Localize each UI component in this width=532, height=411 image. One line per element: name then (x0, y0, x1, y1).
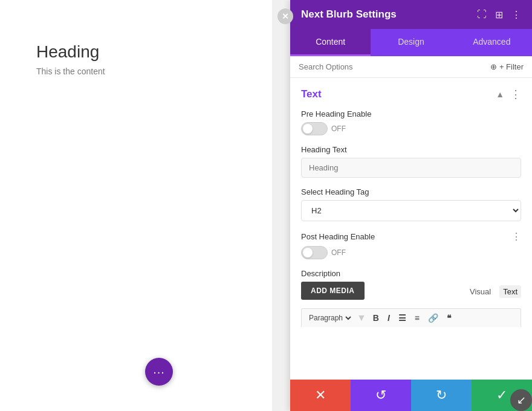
section-header-icons: ▲ ⋮ (496, 88, 521, 101)
close-icon: ✕ (282, 11, 289, 21)
arrow-icon: ↙ (517, 393, 526, 407)
tab-design[interactable]: Design (371, 29, 451, 56)
fullscreen-icon[interactable]: ⛶ (477, 9, 487, 20)
add-media-button[interactable]: ADD MEDIA (301, 282, 365, 300)
editor-tab-text[interactable]: Text (499, 285, 521, 298)
collapse-icon[interactable]: ▲ (496, 89, 504, 99)
post-heading-toggle-label: OFF (331, 248, 346, 257)
heading-tag-field: Select Heading Tag H1 H2 H3 H4 H5 H6 (301, 187, 521, 221)
format-select[interactable]: Paragraph Heading 1 Heading 2 (307, 313, 353, 323)
section-title: Text (301, 88, 322, 100)
undo-button[interactable]: ↺ (351, 380, 411, 411)
more-options-icon[interactable]: ⋮ (511, 9, 521, 21)
post-heading-field: Post Heading Enable ⋮ OFF (301, 231, 521, 259)
search-bar: ⊕ + Filter (290, 56, 532, 78)
tab-advanced[interactable]: Advanced (452, 29, 532, 56)
pre-heading-toggle-container: OFF (301, 122, 521, 135)
ordered-list-button[interactable]: ≡ (412, 312, 423, 324)
fab-button[interactable]: ··· (145, 358, 173, 386)
pre-heading-toggle-label: OFF (331, 125, 346, 133)
canvas-content: This is the content (36, 66, 105, 76)
cancel-icon: ✕ (315, 387, 326, 403)
cancel-button[interactable]: ✕ (290, 380, 351, 411)
filter-label: + Filter (499, 62, 524, 71)
italic-button[interactable]: I (384, 312, 393, 324)
editor-tab-visual[interactable]: Visual (466, 285, 495, 298)
settings-panel: Next Blurb Settings ⛶ ⊞ ⋮ Content Design… (290, 0, 532, 411)
description-toolbar-top: ADD MEDIA Visual Text (301, 282, 521, 305)
pre-heading-label: Pre Heading Enable (301, 109, 521, 118)
heading-text-label: Heading Text (301, 145, 521, 154)
post-heading-toggle-container: OFF (301, 246, 521, 259)
section-header: Text ▲ ⋮ (301, 88, 521, 101)
canvas: Heading This is the content (0, 0, 272, 411)
filter-icon: ⊕ (490, 62, 497, 71)
section-menu-icon[interactable]: ⋮ (510, 88, 521, 101)
panel-header-icons: ⛶ ⊞ ⋮ (477, 9, 521, 21)
post-heading-label: Post Heading Enable ⋮ (301, 231, 521, 242)
bold-button[interactable]: B (370, 312, 382, 324)
bottom-toolbar: ✕ ↺ ↻ ✓ (290, 380, 532, 411)
editor-toolbar: Paragraph Heading 1 Heading 2 ▼ B I ☰ ≡ … (301, 308, 521, 327)
text-section: Text ▲ ⋮ Pre Heading Enable OFF Heading (290, 78, 532, 346)
filter-button[interactable]: ⊕ + Filter (490, 62, 524, 71)
panel-tabs: Content Design Advanced (290, 29, 532, 56)
post-heading-menu-icon[interactable]: ⋮ (511, 231, 521, 242)
heading-tag-label: Select Heading Tag (301, 187, 521, 196)
pre-heading-toggle[interactable] (301, 122, 328, 135)
tab-content[interactable]: Content (290, 29, 371, 56)
link-button[interactable]: 🔗 (425, 312, 441, 324)
unordered-list-button[interactable]: ☰ (395, 312, 409, 324)
panel-header: Next Blurb Settings ⛶ ⊞ ⋮ (290, 0, 532, 29)
arrow-button[interactable]: ↙ (510, 389, 532, 411)
panel-body: Text ▲ ⋮ Pre Heading Enable OFF Heading (290, 78, 532, 380)
heading-text-input[interactable] (301, 158, 521, 178)
post-heading-toggle[interactable] (301, 246, 328, 259)
canvas-heading: Heading (36, 42, 99, 62)
search-input[interactable] (299, 62, 490, 71)
toggle-knob (303, 124, 313, 134)
redo-button[interactable]: ↻ (411, 380, 472, 411)
redo-icon: ↻ (436, 387, 447, 403)
heading-tag-select[interactable]: H1 H2 H3 H4 H5 H6 (301, 200, 521, 221)
close-button[interactable]: ✕ (277, 8, 293, 24)
fab-dots-icon: ··· (153, 365, 165, 379)
heading-text-field: Heading Text (301, 145, 521, 178)
post-toggle-knob (303, 248, 313, 257)
description-label: Description (301, 269, 521, 278)
save-icon: ✓ (496, 387, 507, 403)
editor-tabs: Visual Text (466, 285, 521, 298)
pre-heading-field: Pre Heading Enable OFF (301, 109, 521, 135)
quote-button[interactable]: ❝ (444, 312, 455, 324)
undo-icon: ↺ (375, 387, 386, 403)
panel-title: Next Blurb Settings (301, 8, 397, 21)
description-field: Description ADD MEDIA Visual Text Paragr… (301, 269, 521, 327)
columns-icon[interactable]: ⊞ (495, 9, 503, 21)
